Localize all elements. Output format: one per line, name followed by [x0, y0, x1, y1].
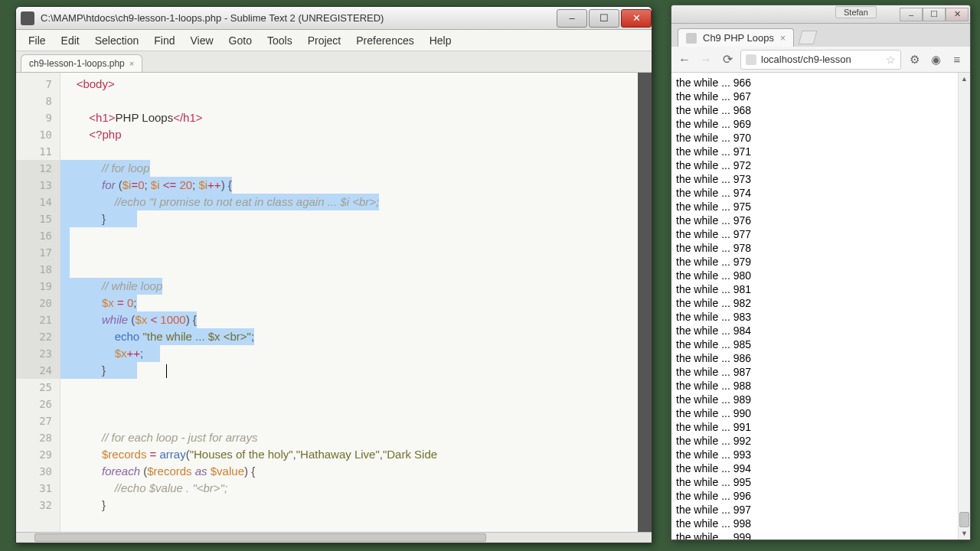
maximize-button[interactable]: ☐ — [589, 9, 619, 28]
code-line[interactable] — [60, 227, 638, 244]
minimap[interactable] — [638, 73, 652, 532]
editor-area[interactable]: 7891011121314151617181920212223242526272… — [16, 73, 652, 532]
chrome-titlebar[interactable]: Stefan – ☐ ✕ — [671, 5, 970, 24]
code-line[interactable] — [60, 396, 638, 412]
code-line[interactable]: foreach ($records as $value) { — [60, 463, 638, 480]
new-tab-button[interactable] — [799, 31, 818, 44]
output-line: the while ... 989 — [676, 393, 965, 406]
code-line[interactable] — [60, 93, 638, 109]
menu-icon[interactable]: ≡ — [949, 51, 965, 68]
menu-goto[interactable]: Goto — [221, 31, 260, 50]
code-line[interactable] — [60, 412, 638, 429]
code-line[interactable]: <h1>PHP Loops</h1> — [60, 109, 638, 126]
menu-bar: File Edit Selection Find View Goto Tools… — [16, 30, 652, 51]
code-line[interactable]: while ($x < 1000) { — [60, 311, 638, 328]
code-editor[interactable]: <body> <h1>PHP Loops</h1> <?php // for l… — [60, 73, 638, 532]
output-line: the while ... 999 — [676, 530, 965, 540]
code-line[interactable] — [60, 244, 638, 261]
code-line[interactable]: echo "the while ... $x <br>"; — [60, 328, 638, 345]
line-number: 28 — [16, 429, 60, 446]
menu-find[interactable]: Find — [146, 31, 182, 50]
menu-view[interactable]: View — [183, 31, 221, 50]
output-line: the while ... 988 — [676, 379, 965, 393]
sublime-titlebar[interactable]: C:\MAMP\htdocs\ch9-lesson-1-loops.php - … — [16, 7, 652, 30]
app-icon — [21, 11, 34, 25]
code-line[interactable]: //echo $value . "<br>"; — [60, 480, 638, 497]
line-number: 32 — [16, 497, 60, 514]
back-button[interactable]: ← — [676, 51, 693, 68]
code-line[interactable]: $x = 0; — [60, 295, 638, 311]
code-line[interactable] — [60, 261, 638, 278]
menu-selection[interactable]: Selection — [87, 31, 147, 50]
camera-icon[interactable]: ◉ — [927, 51, 944, 68]
code-line[interactable]: $x++; — [60, 345, 638, 362]
chrome-user-badge[interactable]: Stefan — [835, 6, 877, 18]
line-number: 20 — [16, 295, 60, 311]
menu-edit[interactable]: Edit — [54, 31, 87, 50]
code-line[interactable]: // for loop — [60, 160, 638, 177]
scrollbar-thumb[interactable] — [34, 533, 486, 542]
menu-tools[interactable]: Tools — [260, 31, 300, 50]
code-line[interactable]: for ($i=0; $i <= 20; $i++) { — [60, 177, 638, 194]
output-line: the while ... 997 — [676, 503, 965, 517]
scrollbar-thumb[interactable] — [959, 512, 969, 527]
tab-close-icon[interactable]: × — [129, 59, 134, 68]
forward-button[interactable]: → — [697, 51, 714, 68]
page-icon — [746, 54, 756, 65]
chrome-close-button[interactable]: ✕ — [946, 8, 969, 21]
code-line[interactable]: } — [60, 210, 638, 227]
chrome-tab-active[interactable]: Ch9 PHP Loops × — [678, 28, 794, 47]
line-number: 12 — [16, 160, 60, 177]
horizontal-scrollbar[interactable] — [16, 532, 652, 543]
output-line: the while ... 981 — [676, 282, 965, 296]
code-line[interactable]: } — [60, 497, 638, 514]
output-line: the while ... 973 — [676, 172, 965, 186]
code-line[interactable]: } — [60, 362, 638, 379]
line-number: 7 — [16, 76, 60, 93]
settings-gear-icon[interactable]: ⚙ — [906, 51, 923, 68]
code-line[interactable]: $records = array("Houses of the holy","H… — [60, 446, 638, 463]
code-line[interactable]: <body> — [60, 76, 638, 93]
code-line[interactable]: // while loop — [60, 278, 638, 295]
code-line[interactable]: //echo "I promise to not eat in class ag… — [60, 194, 638, 210]
output-line: the while ... 974 — [676, 186, 965, 200]
menu-project[interactable]: Project — [300, 31, 349, 50]
scroll-down-arrow-icon[interactable]: ▼ — [959, 527, 970, 540]
browser-viewport[interactable]: the while ... 966the while ... 967the wh… — [671, 73, 970, 540]
line-number: 13 — [16, 177, 60, 194]
output-line: the while ... 966 — [676, 76, 965, 90]
output-line: the while ... 967 — [676, 90, 965, 103]
code-line[interactable] — [60, 379, 638, 396]
tab-label: ch9-lesson-1-loops.php — [29, 58, 125, 69]
menu-file[interactable]: File — [21, 31, 54, 50]
chrome-tabs: Ch9 PHP Loops × — [671, 24, 970, 47]
chrome-minimize-button[interactable]: – — [900, 8, 923, 21]
output-line: the while ... 970 — [676, 131, 965, 145]
chrome-maximize-button[interactable]: ☐ — [923, 8, 946, 21]
chrome-tab-close-icon[interactable]: × — [780, 33, 786, 44]
scroll-up-arrow-icon[interactable]: ▲ — [959, 73, 970, 85]
line-number: 16 — [16, 227, 60, 244]
line-number-gutter: 7891011121314151617181920212223242526272… — [16, 73, 60, 532]
chrome-window: Stefan – ☐ ✕ Ch9 PHP Loops × ← → ⟳ local… — [671, 5, 971, 540]
menu-help[interactable]: Help — [422, 31, 459, 50]
code-line[interactable] — [60, 143, 638, 160]
reload-button[interactable]: ⟳ — [719, 51, 736, 68]
editor-tab-active[interactable]: ch9-lesson-1-loops.php × — [21, 54, 142, 72]
vertical-scrollbar[interactable]: ▲ ▼ — [958, 73, 970, 540]
menu-preferences[interactable]: Preferences — [348, 31, 421, 50]
line-number: 23 — [16, 345, 60, 362]
minimize-button[interactable]: – — [557, 9, 587, 28]
address-bar[interactable]: localhost/ch9-lesson ☆ — [740, 50, 901, 70]
sublime-text-window: C:\MAMP\htdocs\ch9-lesson-1-loops.php - … — [15, 6, 652, 543]
code-line[interactable]: <?php — [60, 126, 638, 143]
code-line[interactable]: // for each loop - just for arrays — [60, 429, 638, 446]
bookmark-star-icon[interactable]: ☆ — [886, 54, 896, 66]
output-line: the while ... 968 — [676, 103, 965, 117]
close-button[interactable]: ✕ — [621, 9, 652, 28]
output-line: the while ... 975 — [676, 200, 965, 214]
output-line: the while ... 995 — [676, 475, 965, 489]
output-line: the while ... 977 — [676, 227, 965, 241]
line-number: 9 — [16, 109, 60, 126]
line-number: 27 — [16, 412, 60, 429]
